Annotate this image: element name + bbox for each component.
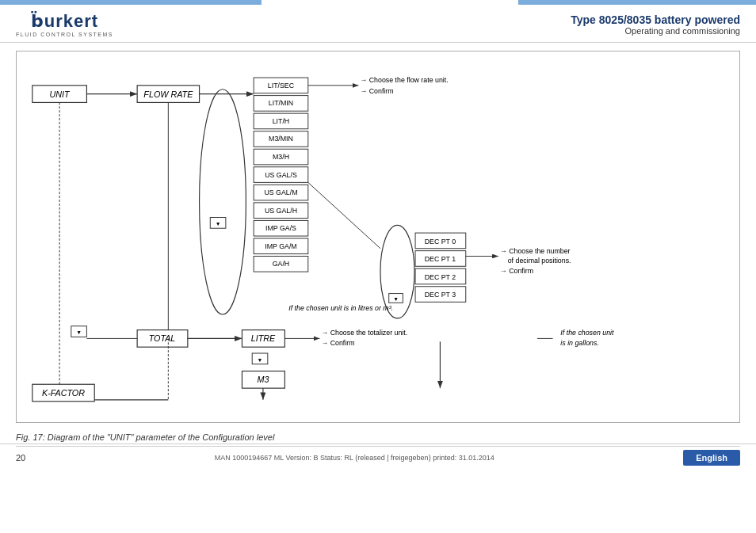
header-title: Type 8025/8035 battery powered bbox=[571, 13, 740, 26]
svg-text:LITRE: LITRE bbox=[251, 333, 276, 343]
svg-text:LIT/MIN: LIT/MIN bbox=[269, 99, 293, 107]
header-subtitle: Operating and commissioning bbox=[571, 26, 740, 36]
svg-text:TOTAL: TOTAL bbox=[149, 333, 176, 343]
svg-text:UNIT: UNIT bbox=[50, 89, 71, 99]
svg-text:US GAL/M: US GAL/M bbox=[264, 188, 297, 196]
svg-line-37 bbox=[308, 182, 380, 248]
svg-text:→ Confirm: → Confirm bbox=[500, 267, 533, 275]
header-right: Type 8025/8035 battery powered Operating… bbox=[571, 13, 740, 36]
svg-text:▼: ▼ bbox=[216, 221, 221, 227]
header-left: b̈urkert FLUID CONTROL SYSTEMS bbox=[16, 11, 113, 37]
svg-text:→ Confirm: → Confirm bbox=[321, 339, 354, 347]
svg-text:▼: ▼ bbox=[393, 296, 399, 302]
svg-text:FLOW RATE: FLOW RATE bbox=[143, 89, 193, 99]
footer-page: 20 bbox=[16, 453, 25, 463]
svg-point-6 bbox=[200, 89, 246, 314]
svg-text:DEC PT 0: DEC PT 0 bbox=[425, 238, 456, 246]
svg-text:LIT/H: LIT/H bbox=[273, 117, 290, 125]
svg-text:→ Confirm: → Confirm bbox=[360, 87, 393, 95]
svg-text:→ Choose the totalizer unit.: → Choose the totalizer unit. bbox=[321, 329, 407, 337]
figure-caption: Fig. 17: Diagram of the "UNIT" parameter… bbox=[16, 429, 740, 444]
logo-burkert: b̈urkert bbox=[31, 11, 98, 32]
svg-text:▼: ▼ bbox=[258, 357, 263, 363]
diagram-svg: UNIT FLOW RATE LIT/SEC LIT/MIN LIT/H M3/… bbox=[25, 59, 731, 414]
svg-text:IMP GA/S: IMP GA/S bbox=[265, 224, 296, 232]
footer-area: 20 MAN 1000194667 ML Version: B Status: … bbox=[0, 444, 756, 467]
logo-subtitle: FLUID CONTROL SYSTEMS bbox=[16, 32, 113, 37]
svg-text:US GAL/H: US GAL/H bbox=[265, 207, 297, 215]
svg-text:GA/H: GA/H bbox=[273, 260, 290, 268]
header: b̈urkert FLUID CONTROL SYSTEMS Type 8025… bbox=[0, 5, 756, 43]
top-bar-left bbox=[0, 0, 262, 5]
svg-text:DEC PT 1: DEC PT 1 bbox=[425, 255, 456, 263]
diagram-box: UNIT FLOW RATE LIT/SEC LIT/MIN LIT/H M3/… bbox=[16, 51, 740, 423]
svg-text:is in gallons.: is in gallons. bbox=[560, 339, 599, 347]
svg-text:M3/MIN: M3/MIN bbox=[269, 135, 293, 143]
top-bars bbox=[0, 0, 756, 5]
footer-doc-info: MAN 1000194667 ML Version: B Status: RL … bbox=[215, 454, 494, 462]
svg-text:K-FACTOR: K-FACTOR bbox=[42, 388, 85, 398]
logo-area: b̈urkert FLUID CONTROL SYSTEMS bbox=[16, 11, 113, 37]
svg-text:M3: M3 bbox=[257, 375, 269, 384]
svg-text:of decimal positions.: of decimal positions. bbox=[508, 257, 571, 265]
top-bar-right bbox=[518, 0, 756, 5]
svg-text:If the chosen unit is in litre: If the chosen unit is in litres or m³. bbox=[288, 304, 393, 312]
svg-text:IMP GA/M: IMP GA/M bbox=[265, 242, 296, 250]
svg-text:DEC PT 3: DEC PT 3 bbox=[425, 291, 456, 299]
svg-text:M3/H: M3/H bbox=[273, 153, 289, 161]
svg-text:US GAL/S: US GAL/S bbox=[265, 171, 297, 179]
svg-text:DEC PT 2: DEC PT 2 bbox=[425, 273, 456, 281]
svg-text:▼: ▼ bbox=[76, 330, 82, 336]
svg-text:If the chosen unit: If the chosen unit bbox=[560, 329, 614, 337]
language-button[interactable]: English bbox=[683, 450, 740, 466]
main-content: UNIT FLOW RATE LIT/SEC LIT/MIN LIT/H M3/… bbox=[0, 43, 756, 444]
footer-bar: 20 MAN 1000194667 ML Version: B Status: … bbox=[16, 450, 740, 466]
svg-text:→ Choose the number: → Choose the number bbox=[500, 247, 571, 255]
svg-text:→ Choose the flow rate unit.: → Choose the flow rate unit. bbox=[360, 76, 448, 84]
svg-text:LIT/SEC: LIT/SEC bbox=[268, 82, 295, 89]
